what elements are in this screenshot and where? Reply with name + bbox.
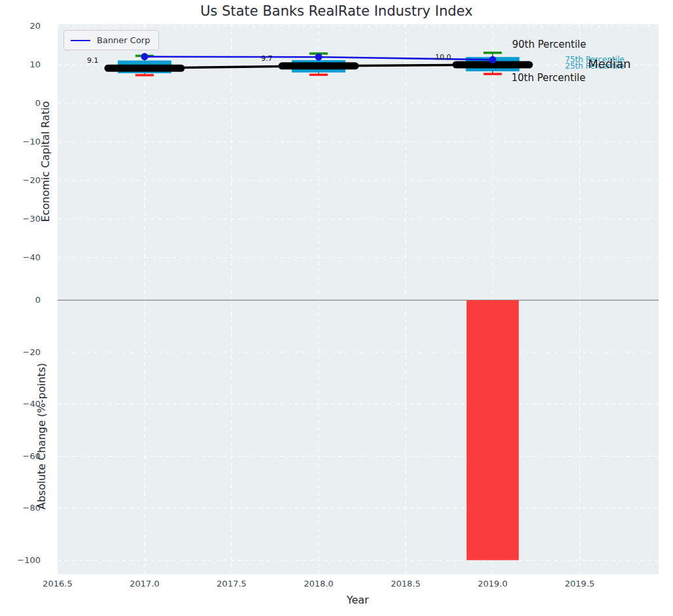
x-tick-label: 2017.0 (129, 579, 160, 589)
median-value-label: 9.7 (261, 54, 273, 63)
bottom-y-axis-label: Absolute Change (%-points) (35, 363, 48, 509)
y-tick-label: 0 (0, 97, 41, 109)
x-tick-label: 2019.0 (478, 579, 508, 589)
x-axis-label: Year (347, 594, 369, 606)
annotation-90th-percentile: 90th Percentile (512, 39, 586, 50)
legend-line-swatch (71, 40, 90, 41)
banner-corp-point (489, 56, 496, 63)
legend: Banner Corp (63, 30, 159, 50)
y-tick-label: −80 (0, 502, 41, 514)
legend-label: Banner Corp (97, 35, 150, 45)
annotation-median: Median (588, 58, 630, 71)
x-tick-label: 2016.5 (43, 579, 73, 589)
y-tick-label: 20 (0, 20, 41, 32)
y-tick-label: 0 (0, 294, 41, 306)
y-tick-label: −40 (0, 398, 41, 410)
y-tick-label: −20 (0, 347, 41, 358)
y-tick-label: −100 (0, 555, 41, 566)
x-tick-label: 2019.5 (565, 579, 595, 589)
plot-area (58, 24, 659, 574)
median-value-label: 10.0 (435, 53, 451, 61)
y-tick-label: 10 (0, 59, 41, 71)
banner-corp-point (315, 54, 322, 61)
y-tick-label: −60 (0, 451, 41, 462)
x-tick-label: 2018.0 (303, 579, 334, 589)
annotation-10th-percentile: 10th Percentile (511, 73, 585, 84)
figure: Us State Banks RealRate Industry Index E… (0, 0, 673, 616)
top-y-axis-label: Economic Capital Ratio (39, 101, 52, 222)
y-tick-label: −40 (0, 252, 41, 264)
change-bar (466, 300, 519, 560)
y-tick-label: −10 (0, 136, 41, 148)
median-value-label: 9.1 (87, 56, 99, 65)
y-tick-label: −30 (0, 213, 41, 225)
banner-corp-point (141, 53, 148, 60)
chart-title: Us State Banks RealRate Industry Index (0, 3, 673, 19)
y-tick-label: −20 (0, 175, 41, 186)
x-tick-label: 2018.5 (390, 579, 421, 589)
x-tick-label: 2017.5 (216, 579, 247, 589)
